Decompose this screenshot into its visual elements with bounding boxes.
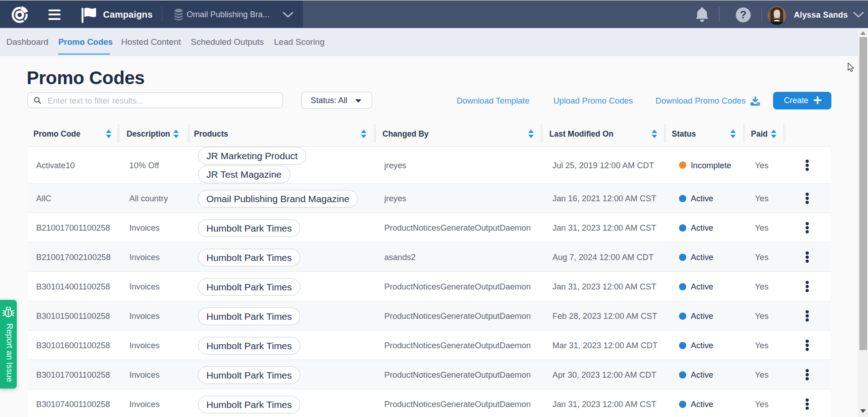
svg-text:?: ? bbox=[740, 9, 746, 21]
